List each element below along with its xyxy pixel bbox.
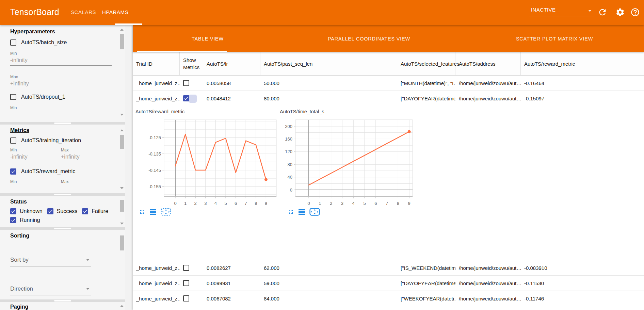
checkbox-running[interactable] bbox=[10, 217, 16, 223]
status-scrollbar[interactable] bbox=[119, 196, 125, 227]
cell-trial-id: _home_junweid_z… bbox=[133, 291, 180, 306]
section-resize-handle[interactable] bbox=[0, 299, 125, 302]
table-row: _home_junweid_z… 0.0099931 59.000 ["DAYO… bbox=[133, 276, 644, 291]
sidebar-section-status: Status Unknown Success Failure Running bbox=[0, 196, 125, 227]
cell-address: /home/junweid/zouwu/aut… bbox=[455, 260, 521, 275]
svg-text:200: 200 bbox=[285, 124, 292, 129]
cell-lr: 0.0058058 bbox=[203, 76, 260, 91]
fullscreen-icon[interactable] bbox=[288, 209, 294, 215]
section-resize-handle[interactable] bbox=[0, 227, 125, 230]
tab-parallel-coordinates-view[interactable]: PARALLEL COORDINATES VIEW bbox=[328, 25, 410, 52]
max-input[interactable]: +infinity bbox=[61, 154, 106, 162]
scroll-up-icon[interactable] bbox=[120, 129, 124, 131]
show-metrics-checkbox[interactable] bbox=[183, 265, 189, 271]
cell-reward-metric: -0.15097 bbox=[521, 91, 579, 106]
svg-text:5: 5 bbox=[224, 201, 227, 206]
fit-domain-icon[interactable] bbox=[309, 208, 320, 216]
settings-gear-icon[interactable] bbox=[615, 7, 625, 17]
svg-text:9: 9 bbox=[265, 201, 267, 206]
fullscreen-icon[interactable] bbox=[139, 209, 145, 215]
checkbox-batch-size[interactable] bbox=[10, 39, 16, 46]
metric-training-iteration-row[interactable]: AutoTS/training_iteration bbox=[10, 137, 112, 144]
sidebar-section-sorting: Sorting Sort by Direction bbox=[0, 230, 125, 299]
svg-text:3: 3 bbox=[341, 201, 343, 206]
column-header-lr[interactable]: AutoTS/lr bbox=[203, 52, 260, 75]
dropdown-arrow-icon[interactable] bbox=[586, 7, 593, 14]
cell-address: /home/junweid/zouwu/aut… bbox=[455, 276, 521, 291]
scroll-up-icon[interactable] bbox=[120, 29, 124, 31]
min-input[interactable]: -infinity bbox=[10, 154, 55, 162]
scrollbar-thumb[interactable] bbox=[120, 235, 124, 250]
show-metrics-checkbox[interactable] bbox=[183, 295, 189, 301]
sorting-scrollbar[interactable] bbox=[119, 230, 125, 299]
status-option-success[interactable]: Success bbox=[47, 208, 77, 214]
list-icon[interactable] bbox=[298, 209, 305, 215]
svg-text:160: 160 bbox=[285, 136, 292, 142]
hparam-batch-size-row[interactable]: AutoTS/batch_size bbox=[10, 39, 112, 46]
tab-hparams[interactable]: HPARAMS bbox=[102, 0, 128, 24]
show-metrics-checkbox[interactable] bbox=[183, 95, 189, 101]
cell-selected-features: ["MONTH(datetime)", "I… bbox=[397, 76, 455, 91]
hparam-dropout-row[interactable]: AutoTS/dropout_1 bbox=[10, 94, 112, 100]
svg-text:-0.145: -0.145 bbox=[148, 168, 161, 173]
column-header-reward-metric[interactable]: AutoTS/reward_metric bbox=[521, 52, 579, 75]
section-resize-handle[interactable] bbox=[0, 122, 125, 125]
help-icon[interactable] bbox=[630, 7, 640, 17]
checkbox-success[interactable] bbox=[47, 208, 53, 214]
active-view-tab-indicator bbox=[137, 51, 227, 52]
fit-domain-icon[interactable] bbox=[161, 208, 171, 216]
checkbox-failure[interactable] bbox=[82, 208, 88, 214]
cell-address: /home/junweid/zouwu/aut… bbox=[455, 76, 521, 91]
column-header-trial-id[interactable]: Trial ID bbox=[133, 52, 180, 75]
svg-text:0: 0 bbox=[174, 201, 176, 206]
show-metrics-checkbox[interactable] bbox=[183, 80, 189, 86]
max-input[interactable]: +infinity bbox=[10, 81, 112, 89]
cell-past-seq-len: 62.000 bbox=[260, 260, 397, 275]
hparam-dropout-label: AutoTS/dropout_1 bbox=[21, 94, 65, 100]
paging-scrollbar[interactable] bbox=[119, 302, 125, 310]
chart2-toolbar bbox=[288, 208, 324, 216]
tab-table-view-label: TABLE VIEW bbox=[192, 36, 224, 42]
column-header-past-seq-len[interactable]: AutoTS/past_seq_len bbox=[260, 52, 397, 75]
status-option-running[interactable]: Running bbox=[10, 217, 40, 223]
hyperparameters-scrollbar[interactable] bbox=[119, 25, 125, 122]
cell-lr: 0.0082627 bbox=[203, 260, 260, 275]
metrics-heading: Metrics bbox=[10, 127, 112, 133]
svg-text:5: 5 bbox=[363, 201, 366, 206]
min-input[interactable]: -infinity bbox=[10, 57, 112, 66]
checkbox-unknown[interactable] bbox=[10, 208, 16, 214]
status-failure-label: Failure bbox=[92, 208, 108, 214]
scrollbar-thumb[interactable] bbox=[120, 34, 124, 49]
scrollbar-thumb[interactable] bbox=[120, 200, 124, 212]
scrollbar-thumb[interactable] bbox=[120, 135, 124, 149]
tab-scalars[interactable]: SCALARS bbox=[71, 0, 96, 24]
max-label: Max bbox=[61, 179, 106, 184]
show-metrics-checkbox[interactable] bbox=[183, 280, 189, 286]
cell-trial-id: _home_junweid_z… bbox=[133, 260, 180, 275]
status-option-failure[interactable]: Failure bbox=[82, 208, 108, 214]
scroll-down-icon[interactable] bbox=[120, 114, 124, 116]
run-status-dropdown[interactable]: INACTIVE bbox=[529, 5, 594, 16]
cell-past-seq-len: 84.000 bbox=[260, 291, 397, 306]
scroll-down-icon[interactable] bbox=[120, 187, 124, 189]
tab-scatter-plot-matrix-view[interactable]: SCATTER PLOT MATRIX VIEW bbox=[516, 25, 593, 52]
status-option-unknown[interactable]: Unknown bbox=[10, 208, 43, 214]
scroll-down-icon[interactable] bbox=[120, 223, 124, 225]
dropdown-arrow-icon bbox=[84, 257, 91, 263]
column-header-selected-features[interactable]: AutoTS/selected_features bbox=[397, 52, 455, 75]
sort-by-select[interactable]: Sort by bbox=[10, 255, 91, 266]
metric-reward-metric-row[interactable]: AutoTS/reward_metric bbox=[10, 168, 112, 175]
cell-selected-features: ["IS_WEEKEND(datetim… bbox=[397, 260, 455, 275]
refresh-icon[interactable] bbox=[598, 7, 607, 17]
direction-select[interactable]: Direction bbox=[10, 284, 91, 295]
list-icon[interactable] bbox=[149, 209, 157, 215]
checkbox-dropout-1[interactable] bbox=[10, 94, 16, 100]
column-header-address[interactable]: AutoTS/address bbox=[455, 52, 521, 75]
section-resize-handle[interactable] bbox=[0, 193, 125, 196]
checkbox-training-iteration[interactable] bbox=[10, 137, 16, 144]
scroll-up-icon[interactable] bbox=[120, 305, 124, 307]
tab-table-view[interactable]: TABLE VIEW bbox=[192, 25, 224, 52]
metrics-scrollbar[interactable] bbox=[119, 125, 125, 193]
column-header-show-metrics[interactable]: Show Metrics bbox=[180, 52, 203, 75]
checkbox-reward-metric[interactable] bbox=[10, 168, 16, 175]
